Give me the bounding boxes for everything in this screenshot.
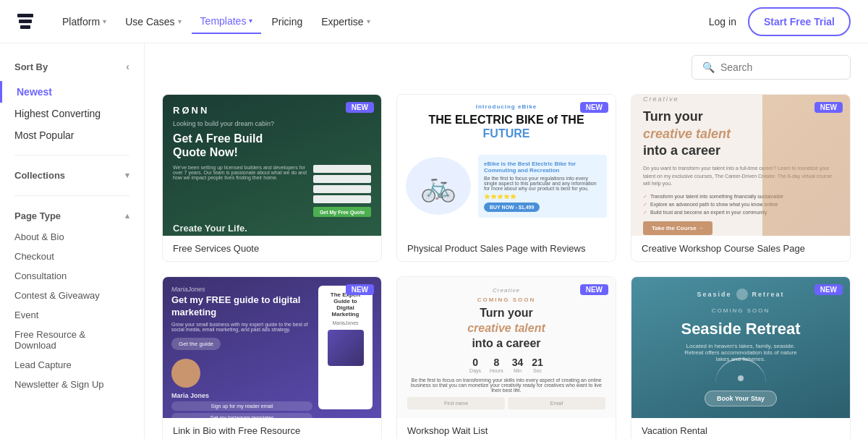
logo[interactable] [17,14,33,29]
card-thumb: Seaside Retreat COMING SOON Seaside Retr… [631,277,850,418]
card-label: Workshop Wait List [397,418,616,439]
page-type-header[interactable]: Page Type ▴ [0,205,144,227]
card-thumb: MariaJones Get my FREE guide to digital … [163,277,381,418]
page-type-chevron: ▴ [125,211,129,221]
search-bar-row: 🔍 [162,55,851,80]
search-icon: 🔍 [702,61,715,73]
card-thumb: Creative Turn yourcreative talentinto a … [631,95,850,236]
nav-templates[interactable]: Templates ▾ [192,9,262,34]
card-creative-workshop[interactable]: Creative Turn yourcreative talentinto a … [631,94,851,262]
card-thumb: Introducing eBike THE ELECTRIC BIKE of T… [397,95,616,236]
nav-pricing[interactable]: Pricing [263,10,311,33]
search-bar[interactable]: 🔍 [692,55,851,80]
page-type-lead-capture[interactable]: Lead Capture [0,355,144,375]
badge-new: NEW [814,102,843,113]
collections-header[interactable]: Collections ▾ [0,164,144,187]
sort-highest-converting[interactable]: Highest Converting [0,103,144,124]
main-layout: Sort By ‹ Newest Highest Converting Most… [0,43,868,439]
card-link-bio[interactable]: MariaJones Get my FREE guide to digital … [162,276,382,439]
page-type-free-resource[interactable]: Free Resource & Download [0,325,144,355]
badge-new: NEW [580,102,608,113]
page-type-event[interactable]: Event [0,305,144,325]
card-thumb: Creative COMING SOON Turn yourcreative t… [397,277,616,418]
search-input[interactable] [720,61,840,73]
card-physical-product[interactable]: Introducing eBike THE ELECTRIC BIKE of T… [396,94,616,262]
navbar: Platform ▾ Use Cases ▾ Templates ▾ Prici… [0,0,868,43]
badge-new: NEW [346,284,374,295]
page-type-consultation[interactable]: Consultation [0,266,144,286]
trial-button[interactable]: Start Free Trial [748,7,851,36]
sidebar: Sort By ‹ Newest Highest Converting Most… [0,43,145,439]
nav-use-cases[interactable]: Use Cases ▾ [116,10,190,33]
card-vacation-rental[interactable]: Seaside Retreat COMING SOON Seaside Retr… [631,276,851,439]
nav-links: Platform ▾ Use Cases ▾ Templates ▾ Prici… [54,9,379,34]
card-workshop-waitlist[interactable]: Creative COMING SOON Turn yourcreative t… [396,276,616,439]
page-type-contest[interactable]: Contest & Giveaway [0,286,144,305]
nav-platform[interactable]: Platform ▾ [54,10,115,33]
page-type-checkout[interactable]: Checkout [0,247,144,266]
collapse-icon[interactable]: ‹ [126,61,129,72]
badge-new: NEW [814,284,843,295]
nav-expertise[interactable]: Expertise ▾ [312,10,378,33]
badge-new: NEW [580,284,608,295]
badge-new: NEW [346,102,374,113]
card-label: Link in Bio with Free Resource [163,418,381,439]
content-area: 🔍 RØNN Looking to build your dream cabin… [145,43,868,439]
nav-right: Log in Start Free Trial [709,7,851,36]
card-label: Free Services Quote [163,236,381,261]
page-type-about[interactable]: About & Bio [0,227,144,247]
sort-by-header[interactable]: Sort By ‹ [0,55,144,81]
sort-newest[interactable]: Newest [0,81,144,103]
card-label: Creative Workshop Course Sales Page [631,236,850,261]
login-button[interactable]: Log in [709,16,736,27]
card-thumb: RØNN Looking to build your dream cabin? … [163,95,381,236]
card-label: Physical Product Sales Page with Reviews [397,236,616,261]
collections-chevron: ▾ [125,171,129,180]
page-type-newsletter[interactable]: Newsletter & Sign Up [0,375,144,394]
card-grid: RØNN Looking to build your dream cabin? … [162,94,851,439]
sort-most-popular[interactable]: Most Popular [0,124,144,146]
card-free-services-quote[interactable]: RØNN Looking to build your dream cabin? … [162,94,382,262]
card-label: Vacation Rental [631,418,850,439]
